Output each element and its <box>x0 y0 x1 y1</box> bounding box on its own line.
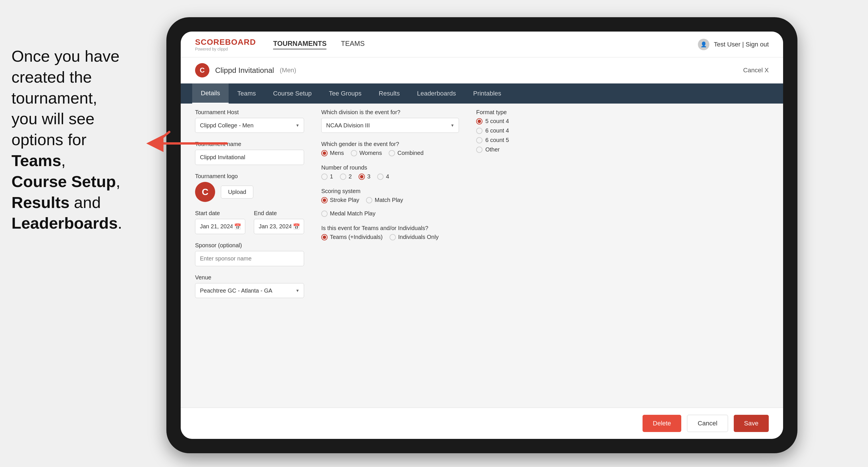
venue-field: Venue Peachtree GC - Atlanta - GA <box>195 274 304 298</box>
gender-combined[interactable]: Combined <box>389 150 424 156</box>
rounds-label: Number of rounds <box>321 164 459 171</box>
format-type-field: Format type 5 count 4 6 count 4 <box>476 109 591 156</box>
format-other[interactable]: Other <box>476 146 591 153</box>
calendar-icon: 📅 <box>234 223 241 230</box>
upload-button[interactable]: Upload <box>221 186 253 198</box>
individuals-only-radio[interactable] <box>390 234 396 240</box>
rounds-field: Number of rounds 1 2 <box>321 164 459 180</box>
bottom-action-bar: Delete Cancel Save <box>181 408 783 439</box>
scoring-medal[interactable]: Medal Match Play <box>321 210 375 217</box>
scoring-match-radio[interactable] <box>366 197 372 204</box>
gender-field: Which gender is the event for? Mens Wome… <box>321 141 459 156</box>
gender-combined-radio[interactable] <box>389 150 395 156</box>
gender-womens[interactable]: Womens <box>351 150 382 156</box>
tournament-icon: C <box>195 63 209 77</box>
venue-select-wrapper: Peachtree GC - Atlanta - GA <box>195 283 304 298</box>
scoring-radio-group: Stroke Play Match Play Medal Match Play <box>321 197 459 217</box>
cancel-button-top[interactable]: Cancel X <box>743 67 769 74</box>
venue-select[interactable]: Peachtree GC - Atlanta - GA <box>195 283 304 298</box>
rounds-3-radio[interactable] <box>359 174 365 180</box>
division-field: Which division is the event for? NCAA Di… <box>321 109 459 133</box>
logo-sub: Powered by clippd <box>195 47 256 51</box>
teams-individuals-radio-group: Teams (+Individuals) Individuals Only <box>321 234 459 240</box>
format-type-label: Format type <box>476 109 591 116</box>
save-button[interactable]: Save <box>734 415 769 432</box>
end-date-wrapper: 📅 <box>254 219 304 234</box>
format-6count5[interactable]: 6 count 5 <box>476 137 591 144</box>
gender-mens-radio[interactable] <box>321 150 328 156</box>
tournament-tag: (Men) <box>280 67 296 74</box>
nav-teams[interactable]: TEAMS <box>341 39 365 49</box>
content-area: Tournament Host Clippd College - Men Tou… <box>181 97 783 410</box>
right-column: Format type 5 count 4 6 count 4 <box>476 109 591 298</box>
tournament-title: C Clippd Invitational (Men) <box>195 63 296 77</box>
teams-individuals-field: Is this event for Teams and/or Individua… <box>321 225 459 240</box>
end-date-col: End date 📅 <box>254 210 304 234</box>
rounds-radio-group: 1 2 3 <box>321 173 459 180</box>
rounds-4-radio[interactable] <box>377 174 383 180</box>
nav-tournaments[interactable]: TOURNAMENTS <box>273 39 327 49</box>
tournament-header: C Clippd Invitational (Men) Cancel X <box>181 57 783 84</box>
scoring-stroke[interactable]: Stroke Play <box>321 197 359 204</box>
user-area: 👤 Test User | Sign out <box>698 39 769 50</box>
start-date-label: Start date <box>195 210 245 217</box>
start-date-wrapper: 📅 <box>195 219 245 234</box>
rounds-2[interactable]: 2 <box>340 173 352 180</box>
rounds-1-radio[interactable] <box>321 174 328 180</box>
format-6count5-radio[interactable] <box>476 137 483 144</box>
division-select[interactable]: NCAA Division III <box>321 118 459 133</box>
gender-mens[interactable]: Mens <box>321 150 344 156</box>
rounds-3[interactable]: 3 <box>359 173 370 180</box>
teams-plus-individuals-radio[interactable] <box>321 234 328 240</box>
scoring-match[interactable]: Match Play <box>366 197 403 204</box>
rounds-1[interactable]: 1 <box>321 173 333 180</box>
user-label[interactable]: Test User | Sign out <box>714 41 769 48</box>
format-6count4-radio[interactable] <box>476 128 483 134</box>
middle-column: Which division is the event for? NCAA Di… <box>321 109 459 298</box>
logo-area: SCOREBOARD Powered by clippd <box>195 38 256 51</box>
gender-radio-group: Mens Womens Combined <box>321 150 459 156</box>
teams-individuals-label: Is this event for Teams and/or Individua… <box>321 225 459 231</box>
format-5count4[interactable]: 5 count 4 <box>476 118 591 124</box>
teams-plus-individuals[interactable]: Teams (+Individuals) <box>321 234 383 240</box>
scoring-field: Scoring system Stroke Play Match Play <box>321 188 459 217</box>
scoring-medal-radio[interactable] <box>321 211 328 217</box>
division-select-wrapper: NCAA Division III <box>321 118 459 133</box>
format-6count4[interactable]: 6 count 4 <box>476 127 591 134</box>
tablet-frame: SCOREBOARD Powered by clippd TOURNAMENTS… <box>166 17 798 453</box>
sponsor-input[interactable] <box>195 251 304 266</box>
division-label: Which division is the event for? <box>321 109 459 116</box>
top-nav: SCOREBOARD Powered by clippd TOURNAMENTS… <box>181 32 783 57</box>
tournament-name: Clippd Invitational <box>215 66 274 75</box>
tournament-logo-field: Tournament logo C Upload <box>195 173 304 202</box>
user-avatar: 👤 <box>698 39 709 50</box>
logo-upload-area: C Upload <box>195 182 304 202</box>
individuals-only[interactable]: Individuals Only <box>390 234 439 240</box>
nav-links: TOURNAMENTS TEAMS <box>273 39 698 49</box>
gender-label: Which gender is the event for? <box>321 141 459 148</box>
date-field: Start date 📅 End date <box>195 210 304 234</box>
sponsor-label: Sponsor (optional) <box>195 242 304 249</box>
tournament-logo-label: Tournament logo <box>195 173 304 180</box>
format-5count4-radio[interactable] <box>476 118 483 124</box>
cancel-button-bottom[interactable]: Cancel <box>687 415 728 432</box>
tournament-host-label: Tournament Host <box>195 109 304 116</box>
calendar-icon-end: 📅 <box>293 223 300 230</box>
scoring-stroke-radio[interactable] <box>321 197 328 204</box>
start-date-col: Start date 📅 <box>195 210 245 234</box>
rounds-4[interactable]: 4 <box>377 173 389 180</box>
scoring-label: Scoring system <box>321 188 459 194</box>
delete-button[interactable]: Delete <box>643 415 682 432</box>
venue-label: Venue <box>195 274 304 281</box>
arrow-pointer <box>141 126 232 161</box>
svg-marker-0 <box>146 135 163 152</box>
logo-text: SCOREBOARD <box>195 38 256 47</box>
end-date-label: End date <box>254 210 304 217</box>
tablet-screen: SCOREBOARD Powered by clippd TOURNAMENTS… <box>181 32 783 439</box>
format-other-radio[interactable] <box>476 147 483 153</box>
sponsor-field: Sponsor (optional) <box>195 242 304 266</box>
rounds-2-radio[interactable] <box>340 174 346 180</box>
gender-womens-radio[interactable] <box>351 150 357 156</box>
logo-preview: C <box>195 182 215 202</box>
